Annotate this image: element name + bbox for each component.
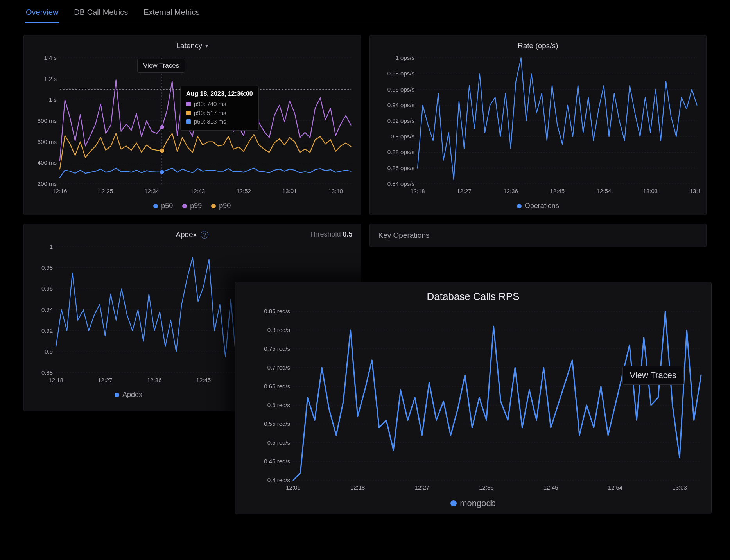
svg-text:12:52: 12:52 <box>236 188 251 194</box>
svg-text:0.9 ops/s: 0.9 ops/s <box>391 133 414 140</box>
svg-text:200 ms: 200 ms <box>38 180 57 187</box>
svg-text:0.5 req/s: 0.5 req/s <box>267 439 290 446</box>
legend-operations[interactable]: Operations <box>517 202 559 210</box>
latency-tooltip: Aug 18, 2023, 12:36:00 p99: 740 ms p90: … <box>180 86 259 131</box>
svg-text:12:25: 12:25 <box>99 188 113 194</box>
latency-legend: p50 p99 p90 <box>29 199 356 211</box>
chevron-down-icon: ▾ <box>205 43 208 49</box>
rate-title: Rate (ops/s) <box>375 40 702 55</box>
apdex-title: Apdex <box>176 230 197 239</box>
svg-text:800 ms: 800 ms <box>38 117 57 124</box>
svg-text:13:03: 13:03 <box>643 188 658 194</box>
svg-point-24 <box>160 148 164 153</box>
legend-apdex[interactable]: Apdex <box>115 391 142 399</box>
tab-external-metrics[interactable]: External Metrics <box>143 2 200 23</box>
svg-text:0.96 ops/s: 0.96 ops/s <box>387 86 414 93</box>
view-traces-button-latency[interactable]: View Traces <box>137 59 185 73</box>
svg-text:0.4 req/s: 0.4 req/s <box>267 477 290 483</box>
svg-text:1 s: 1 s <box>49 96 57 103</box>
info-icon[interactable]: ? <box>201 231 208 239</box>
svg-text:12:36: 12:36 <box>479 484 494 491</box>
svg-text:12:45: 12:45 <box>550 188 565 194</box>
legend-mongodb[interactable]: mongodb <box>450 498 496 508</box>
legend-p99[interactable]: p99 <box>182 202 202 210</box>
svg-text:12:16: 12:16 <box>52 188 67 194</box>
tooltip-row-p99: p99: 740 ms <box>186 100 253 109</box>
tabs: Overview DB Call Metrics External Metric… <box>23 0 707 23</box>
db-rps-plot[interactable]: 0.4 req/s0.45 req/s0.5 req/s0.55 req/s0.… <box>240 308 706 496</box>
svg-text:12:36: 12:36 <box>147 377 162 383</box>
svg-text:13:12: 13:12 <box>689 188 701 194</box>
svg-text:0.94: 0.94 <box>41 306 53 313</box>
svg-text:1.2 s: 1.2 s <box>44 75 57 82</box>
svg-text:0.92 ops/s: 0.92 ops/s <box>387 117 414 124</box>
svg-text:0.65 req/s: 0.65 req/s <box>264 383 290 389</box>
latency-title[interactable]: Latency ▾ <box>29 40 356 55</box>
rate-legend: Operations <box>375 199 702 211</box>
svg-point-23 <box>160 125 164 129</box>
tooltip-row-p90: p90: 517 ms <box>186 109 253 118</box>
svg-text:12:54: 12:54 <box>608 484 623 491</box>
apdex-threshold: Threshold 0.5 <box>309 230 352 239</box>
tab-db-call-metrics[interactable]: DB Call Metrics <box>73 2 129 23</box>
svg-text:600 ms: 600 ms <box>38 138 57 145</box>
rate-card: Rate (ops/s) 0.84 ops/s0.86 ops/s0.88 op… <box>369 35 707 215</box>
svg-text:0.96: 0.96 <box>41 285 53 292</box>
apdex-title-row: Apdex ? Threshold 0.5 <box>29 229 356 244</box>
svg-text:0.98: 0.98 <box>41 264 53 271</box>
svg-text:12:45: 12:45 <box>196 377 211 383</box>
view-traces-button-db[interactable]: View Traces <box>622 366 684 385</box>
svg-text:0.88: 0.88 <box>41 369 53 376</box>
key-operations-header: Key Operations <box>369 224 707 247</box>
tooltip-row-p50: p50: 313 ms <box>186 117 253 126</box>
svg-text:1 ops/s: 1 ops/s <box>395 55 414 61</box>
svg-text:0.45 req/s: 0.45 req/s <box>264 458 290 465</box>
svg-text:12:34: 12:34 <box>144 188 159 194</box>
svg-text:12:18: 12:18 <box>410 188 425 194</box>
svg-text:13:03: 13:03 <box>672 484 687 491</box>
svg-text:400 ms: 400 ms <box>38 159 57 166</box>
db-rps-title: Database Calls RPS <box>240 287 706 308</box>
svg-text:12:45: 12:45 <box>543 484 558 491</box>
svg-text:12:27: 12:27 <box>98 377 113 383</box>
svg-text:12:18: 12:18 <box>350 484 365 491</box>
svg-text:13:01: 13:01 <box>282 188 297 194</box>
svg-text:0.98 ops/s: 0.98 ops/s <box>387 70 414 77</box>
legend-p50[interactable]: p50 <box>153 202 173 210</box>
svg-text:0.7 req/s: 0.7 req/s <box>267 364 290 371</box>
svg-text:0.75 req/s: 0.75 req/s <box>264 345 290 352</box>
svg-text:1.4 s: 1.4 s <box>44 55 57 61</box>
svg-text:12:36: 12:36 <box>503 188 518 194</box>
rate-plot[interactable]: 0.84 ops/s0.86 ops/s0.88 ops/s0.9 ops/s0… <box>375 55 702 199</box>
svg-text:12:27: 12:27 <box>415 484 430 491</box>
latency-title-text: Latency <box>176 41 202 50</box>
svg-text:0.84 ops/s: 0.84 ops/s <box>387 180 414 187</box>
svg-text:0.88 ops/s: 0.88 ops/s <box>387 149 414 155</box>
tab-overview[interactable]: Overview <box>25 2 59 23</box>
svg-text:0.9: 0.9 <box>45 348 53 355</box>
svg-text:12:09: 12:09 <box>286 484 301 491</box>
svg-text:12:54: 12:54 <box>596 188 611 194</box>
svg-text:0.55 req/s: 0.55 req/s <box>264 420 290 427</box>
svg-text:0.8 req/s: 0.8 req/s <box>267 327 290 333</box>
svg-text:12:27: 12:27 <box>457 188 472 194</box>
db-rps-card: Database Calls RPS 0.4 req/s0.45 req/s0.… <box>235 282 712 514</box>
svg-text:0.6 req/s: 0.6 req/s <box>267 402 290 408</box>
svg-text:0.94 ops/s: 0.94 ops/s <box>387 102 414 108</box>
svg-point-25 <box>160 170 164 174</box>
svg-text:12:18: 12:18 <box>48 377 63 383</box>
tooltip-time: Aug 18, 2023, 12:36:00 <box>186 90 253 97</box>
svg-text:0.92: 0.92 <box>41 327 53 334</box>
svg-text:0.85 req/s: 0.85 req/s <box>264 308 290 314</box>
legend-p90[interactable]: p90 <box>211 202 231 210</box>
svg-text:1: 1 <box>50 244 53 250</box>
db-rps-legend: mongodb <box>240 496 706 509</box>
latency-card: Latency ▾ 200 ms400 ms600 ms800 ms1 s1.2… <box>23 35 361 215</box>
svg-text:0.86 ops/s: 0.86 ops/s <box>387 165 414 171</box>
svg-text:13:10: 13:10 <box>328 188 343 194</box>
svg-text:12:43: 12:43 <box>190 188 205 194</box>
